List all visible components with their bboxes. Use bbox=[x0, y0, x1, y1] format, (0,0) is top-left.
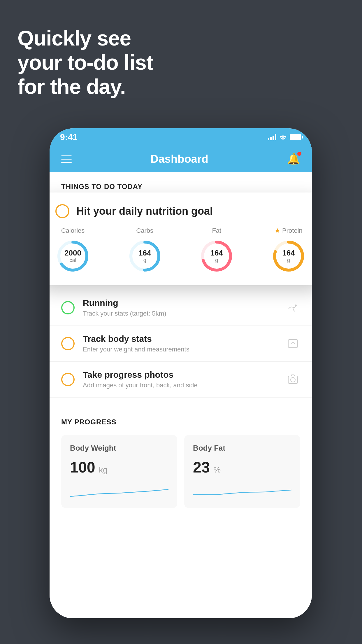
todo-list: Running Track your stats (target: 5km) T… bbox=[50, 290, 312, 398]
nav-title: Dashboard bbox=[150, 153, 208, 165]
running-subtitle: Track your stats (target: 5km) bbox=[83, 310, 277, 317]
svg-point-12 bbox=[291, 377, 295, 382]
wifi-icon bbox=[279, 134, 287, 140]
notification-dot bbox=[297, 152, 301, 156]
status-icons bbox=[268, 134, 301, 140]
fat-ring: 164 g bbox=[199, 239, 234, 274]
calories-unit: cal bbox=[64, 257, 81, 263]
status-time: 9:41 bbox=[60, 132, 78, 142]
photo-icon bbox=[286, 374, 300, 385]
progress-section: MY PROGRESS Body Weight 100 kg bbox=[50, 406, 312, 508]
nutrition-calories: Calories 2000 cal bbox=[55, 227, 90, 274]
body-stats-subtitle: Enter your weight and measurements bbox=[83, 346, 277, 353]
nutrition-protein: ★ Protein 164 g bbox=[271, 227, 306, 274]
headline-line3: for the day. bbox=[17, 75, 126, 98]
running-text: Running Track your stats (target: 5km) bbox=[83, 298, 277, 317]
protein-unit: g bbox=[282, 257, 295, 263]
svg-point-8 bbox=[295, 304, 297, 306]
list-item-photos[interactable]: Take progress photos Add images of your … bbox=[50, 362, 312, 398]
nutrition-row: Calories 2000 cal Carbs bbox=[55, 227, 306, 274]
body-stats-checkbox[interactable] bbox=[61, 337, 75, 350]
nutrition-fat: Fat 164 g bbox=[199, 227, 234, 274]
running-icon bbox=[286, 302, 300, 314]
body-stats-text: Track body stats Enter your weight and m… bbox=[83, 334, 277, 353]
running-checkbox[interactable] bbox=[61, 301, 75, 314]
nutrition-card: Hit your daily nutrition goal Calories 2… bbox=[50, 192, 312, 285]
calories-label: Calories bbox=[61, 227, 85, 235]
calories-ring: 2000 cal bbox=[55, 239, 90, 274]
status-bar: 9:41 bbox=[50, 128, 312, 146]
body-fat-unit: % bbox=[213, 465, 221, 474]
photos-subtitle: Add images of your front, back, and side bbox=[83, 382, 277, 389]
progress-section-title: MY PROGRESS bbox=[61, 418, 300, 426]
nutrition-card-title: Hit your daily nutrition goal bbox=[76, 205, 213, 217]
menu-button[interactable] bbox=[61, 155, 72, 163]
carbs-value: 164 bbox=[138, 249, 151, 257]
photos-title: Take progress photos bbox=[83, 370, 277, 380]
headline-line1: Quickly see bbox=[17, 27, 131, 50]
carbs-ring: 164 g bbox=[127, 239, 162, 274]
body-fat-card-title: Body Fat bbox=[193, 444, 291, 453]
svg-rect-11 bbox=[288, 376, 298, 384]
protein-value: 164 bbox=[282, 249, 295, 257]
progress-cards: Body Weight 100 kg Body Fat 23 bbox=[61, 435, 300, 508]
headline-line2: your to-do list bbox=[17, 51, 153, 74]
list-item-body-stats[interactable]: Track body stats Enter your weight and m… bbox=[50, 326, 312, 362]
content-area: THINGS TO DO TODAY Hit your daily nutrit… bbox=[50, 172, 312, 618]
body-weight-unit: kg bbox=[99, 465, 108, 474]
protein-label: ★ Protein bbox=[275, 227, 303, 235]
fat-unit: g bbox=[210, 257, 223, 263]
nav-bar: Dashboard 🔔 bbox=[50, 146, 312, 172]
body-weight-card-title: Body Weight bbox=[70, 444, 168, 453]
body-fat-value: 23 bbox=[193, 459, 210, 476]
body-weight-card[interactable]: Body Weight 100 kg bbox=[61, 435, 177, 508]
body-weight-value: 100 bbox=[70, 459, 95, 476]
scale-icon bbox=[286, 338, 300, 349]
protein-ring: 164 g bbox=[271, 239, 306, 274]
carbs-unit: g bbox=[138, 257, 151, 263]
fat-value: 164 bbox=[210, 249, 223, 257]
list-item-running[interactable]: Running Track your stats (target: 5km) bbox=[50, 290, 312, 326]
fat-label: Fat bbox=[212, 227, 221, 235]
photos-text: Take progress photos Add images of your … bbox=[83, 370, 277, 389]
body-weight-chart bbox=[70, 482, 168, 499]
battery-icon bbox=[290, 134, 301, 140]
phone-frame: 9:41 Dashboard 🔔 THINGS TO DO TODAY bbox=[50, 128, 312, 618]
headline: Quickly see your to-do list for the day. bbox=[17, 26, 153, 99]
body-stats-title: Track body stats bbox=[83, 334, 277, 344]
notifications-button[interactable]: 🔔 bbox=[287, 153, 300, 165]
nutrition-carbs: Carbs 164 g bbox=[127, 227, 162, 274]
body-fat-chart bbox=[193, 482, 291, 499]
body-fat-card[interactable]: Body Fat 23 % bbox=[184, 435, 300, 508]
carbs-label: Carbs bbox=[136, 227, 153, 235]
task-checkbox[interactable] bbox=[55, 204, 69, 218]
protein-star-icon: ★ bbox=[275, 227, 280, 235]
photos-checkbox[interactable] bbox=[61, 373, 75, 386]
signal-icon bbox=[268, 134, 276, 140]
calories-value: 2000 bbox=[64, 249, 81, 257]
running-title: Running bbox=[83, 298, 277, 308]
